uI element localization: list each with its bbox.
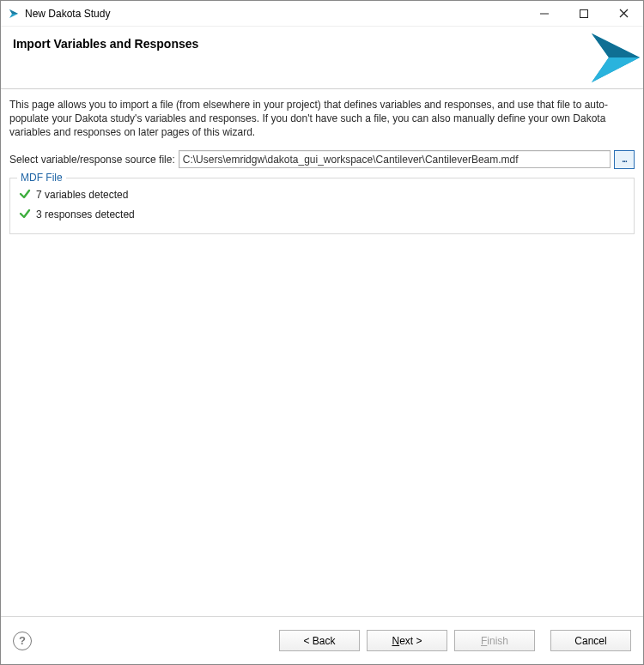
check-icon (19, 188, 31, 203)
app-icon (8, 8, 20, 20)
mdf-file-legend: MDF File (17, 172, 66, 184)
browse-button[interactable]: ... (614, 150, 635, 169)
variables-detected-text: 7 variables detected (36, 189, 128, 201)
next-mnemonic: N (392, 635, 399, 647)
svg-marker-7 (592, 33, 640, 57)
file-selector-row: Select variable/response source file: ..… (9, 150, 635, 169)
finish-rest: inish (487, 635, 508, 647)
svg-marker-1 (9, 9, 18, 14)
next-button[interactable]: Next > (367, 630, 447, 651)
detection-row: 3 responses detected (19, 205, 625, 225)
window-title: New Dakota Study (25, 8, 525, 20)
description-text: This page allows you to import a file (f… (9, 98, 635, 140)
wizard-button-bar: ? < Back Next > Finish Cancel (1, 616, 643, 664)
window-controls (525, 1, 643, 27)
svg-marker-8 (592, 57, 640, 82)
svg-rect-3 (580, 9, 588, 17)
wizard-header: Import Variables and Responses (1, 27, 643, 89)
maximize-button[interactable] (564, 1, 604, 27)
page-title: Import Variables and Responses (13, 37, 631, 51)
help-icon[interactable]: ? (13, 632, 32, 650)
wizard-content: This page allows you to import a file (f… (1, 89, 643, 616)
cancel-button[interactable]: Cancel (550, 630, 631, 651)
finish-button: Finish (454, 630, 535, 651)
check-icon (19, 208, 31, 222)
detection-row: 7 variables detected (19, 185, 625, 205)
mdf-file-group: MDF File 7 variables detected 3 response… (9, 178, 635, 234)
dakota-logo-icon (566, 27, 643, 89)
source-file-input[interactable] (179, 150, 611, 168)
minimize-button[interactable] (525, 1, 564, 27)
back-button[interactable]: < Back (279, 630, 360, 651)
next-rest: ext > (399, 635, 422, 647)
title-bar: New Dakota Study (1, 1, 643, 27)
responses-detected-text: 3 responses detected (36, 209, 135, 221)
file-selector-label: Select variable/response source file: (9, 154, 175, 166)
close-button[interactable] (604, 1, 643, 27)
